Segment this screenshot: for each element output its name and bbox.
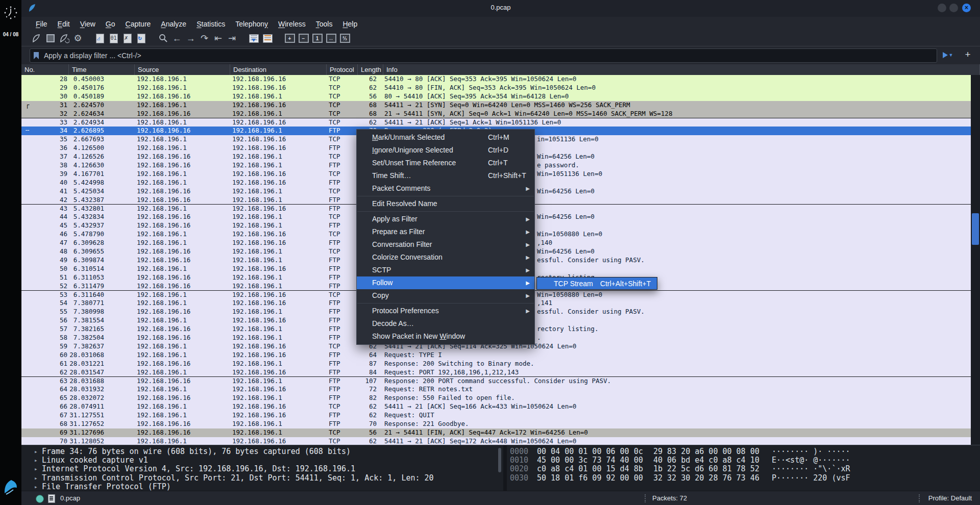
menubar-item-analyze[interactable]: Analyze xyxy=(156,20,191,28)
start-capture-icon[interactable] xyxy=(30,32,43,45)
filter-add-button[interactable]: + xyxy=(962,48,974,61)
packet-row[interactable]: 300.450189192.168.196.16192.168.196.1TCP… xyxy=(21,92,980,101)
resize-columns-icon[interactable]: ↔ xyxy=(324,32,338,45)
close-button[interactable]: × xyxy=(962,4,971,12)
pane-divider[interactable] xyxy=(503,445,507,491)
context-menu-item-show-packet-in-new-window[interactable]: Show Packet in New Window xyxy=(357,330,534,343)
context-menu-item-prepare-as-filter[interactable]: Prepare as Filter▶ xyxy=(357,225,534,238)
capture-options-icon[interactable]: ⚙ xyxy=(71,32,85,45)
menubar-item-edit[interactable]: Edit xyxy=(53,20,75,28)
filter-apply-button[interactable]: ▼ xyxy=(940,49,955,61)
stop-capture-icon[interactable] xyxy=(43,32,57,45)
status-profile[interactable]: Profile: Default xyxy=(928,491,972,505)
context-menu-item-copy[interactable]: Copy▶ xyxy=(357,289,534,302)
packet-row[interactable]: 332.624934192.168.196.1192.168.196.16TCP… xyxy=(21,118,980,127)
context-menu-item-packet-comments[interactable]: Packet Comments▶ xyxy=(357,182,534,195)
menubar-item-file[interactable]: File xyxy=(31,20,53,28)
packet-row[interactable]: 6931.127696192.168.196.16192.168.196.1TC… xyxy=(21,428,980,437)
first-packet-icon[interactable]: ⇤ xyxy=(211,32,225,45)
context-menu-item-set-unset-time-reference[interactable]: Set/Unset Time ReferenceCtrl+T xyxy=(357,157,534,169)
context-menu-item-protocol-preferences[interactable]: Protocol Preferences▶ xyxy=(357,305,534,317)
expand-arrow-icon[interactable]: ▸ xyxy=(34,456,38,465)
packet-row[interactable]: 6028.031068192.168.196.1192.168.196.16FT… xyxy=(21,351,980,360)
expand-arrow-icon[interactable]: ▸ xyxy=(34,465,38,473)
hex-line[interactable]: 001045 00 00 3c 73 74 40 0040 06 bd e4 c… xyxy=(507,456,980,465)
menubar-item-tools[interactable]: Tools xyxy=(311,20,338,28)
packet-row[interactable]: 7031.128052192.168.196.1192.168.196.16TC… xyxy=(21,437,980,445)
last-packet-icon[interactable]: ⇥ xyxy=(225,32,239,45)
expand-arrow-icon[interactable]: ▸ xyxy=(34,483,38,491)
column-header-protocol[interactable]: Protocol xyxy=(327,64,358,75)
packet-row[interactable]: 290.450176192.168.196.1192.168.196.16TCP… xyxy=(21,84,980,92)
menubar-item-help[interactable]: Help xyxy=(337,20,362,28)
context-menu-item-colorize-conversation[interactable]: Colorize Conversation▶ xyxy=(357,251,534,264)
detail-line[interactable]: ▸Internet Protocol Version 4, Src: 192.1… xyxy=(21,465,503,473)
hex-line[interactable]: 000000 04 00 01 00 06 00 0c29 83 20 a6 0… xyxy=(507,447,980,456)
packet-row[interactable]: 6528.032072192.168.196.16192.168.196.1FT… xyxy=(21,394,980,402)
menubar-item-wireless[interactable]: Wireless xyxy=(273,20,311,28)
menubar-item-capture[interactable]: Capture xyxy=(120,20,156,28)
packet-row[interactable]: 322.624634192.168.196.16192.168.196.1TCP… xyxy=(21,110,980,118)
expert-info-icon[interactable] xyxy=(36,495,44,503)
detail-line[interactable]: ▸Frame 34: 76 bytes on wire (608 bits), … xyxy=(21,447,503,456)
column-header-destination[interactable]: Destination xyxy=(230,64,327,75)
packet-row[interactable]: 6831.127652192.168.196.16192.168.196.1FT… xyxy=(21,420,980,428)
expand-arrow-icon[interactable]: ▸ xyxy=(34,474,38,483)
menubar-item-view[interactable]: View xyxy=(75,20,101,28)
close-file-icon[interactable]: ✗ xyxy=(120,32,134,45)
packet-row[interactable]: 6228.031547192.168.196.1192.168.196.16FT… xyxy=(21,368,980,377)
context-menu-item-sctp[interactable]: SCTP▶ xyxy=(357,264,534,276)
open-file-icon[interactable]: ◿ xyxy=(93,32,107,45)
packet-list-scrollbar[interactable] xyxy=(971,75,980,445)
go-to-packet-icon[interactable]: ↷ xyxy=(198,32,211,45)
go-back-icon[interactable]: ← xyxy=(170,32,184,45)
packet-row[interactable]: 6428.031932192.168.196.1192.168.196.16FT… xyxy=(21,385,980,394)
capture-file-icon[interactable] xyxy=(48,494,55,503)
detail-line[interactable]: ▸Linux cooked capture v1 xyxy=(21,456,503,465)
colorize-packets-icon[interactable] xyxy=(261,32,275,45)
detail-line[interactable]: ▸Transmission Control Protocol, Src Port… xyxy=(21,474,503,483)
menubar-item-go[interactable]: Go xyxy=(101,20,120,28)
context-menu-item-conversation-filter[interactable]: Conversation Filter▶ xyxy=(357,238,534,251)
packet-row[interactable]: 6731.127551192.168.196.1192.168.196.16FT… xyxy=(21,411,980,420)
restart-capture-icon[interactable] xyxy=(57,32,71,45)
reload-file-icon[interactable]: ↻ xyxy=(134,32,148,45)
packet-row[interactable]: 6128.031221192.168.196.16192.168.196.1FT… xyxy=(21,360,980,368)
menubar-item-statistics[interactable]: Statistics xyxy=(191,20,230,28)
packet-row[interactable]: 6628.074911192.168.196.1192.168.196.16TC… xyxy=(21,402,980,411)
context-menu-item-ignore-unignore-selected[interactable]: Ignore/Unignore SelectedCtrl+D xyxy=(357,144,534,157)
column-header-info[interactable]: Info xyxy=(383,64,980,75)
hex-line[interactable]: 003050 18 01 f6 09 92 00 0032 32 30 20 2… xyxy=(507,474,980,483)
save-file-icon[interactable]: 01 xyxy=(107,32,120,45)
context-menu-item-time-shift-[interactable]: Time Shift…Ctrl+Shift+T xyxy=(357,169,534,182)
zoom-in-icon[interactable]: + xyxy=(283,32,297,45)
maximize-button[interactable] xyxy=(949,4,958,12)
go-forward-icon[interactable]: → xyxy=(184,32,198,45)
auto-scroll-icon[interactable] xyxy=(247,32,261,45)
expand-arrow-icon[interactable]: ▸ xyxy=(34,447,38,456)
filter-bookmark-icon[interactable] xyxy=(33,52,40,60)
column-header-source[interactable]: Source xyxy=(135,64,230,75)
scrollbar-thumb[interactable] xyxy=(972,213,979,245)
packet-row[interactable]: 280.450003192.168.196.1192.168.196.16TCP… xyxy=(21,75,980,84)
details-scrollbar-thumb[interactable] xyxy=(498,448,501,472)
zoom-100-icon[interactable]: 1 xyxy=(310,32,324,45)
column-header-no[interactable]: No. xyxy=(21,64,69,75)
packet-row[interactable]: ┌312.624570192.168.196.1192.168.196.16TC… xyxy=(21,101,980,110)
display-filter-field[interactable] xyxy=(30,48,937,63)
hex-line[interactable]: 0020c0 a8 c4 01 00 15 d4 8b1b 22 5c d6 6… xyxy=(507,465,980,473)
context-menu-item-edit-resolved-name[interactable]: Edit Resolved Name xyxy=(357,197,534,210)
layout-23-icon[interactable]: ⅔ xyxy=(338,32,352,45)
display-filter-input[interactable] xyxy=(43,51,937,60)
context-menu-item-apply-as-filter[interactable]: Apply as Filter▶ xyxy=(357,213,534,225)
find-packet-icon[interactable] xyxy=(156,32,170,45)
column-header-length[interactable]: Length xyxy=(358,64,383,75)
context-menu-item-mark-unmark-selected[interactable]: Mark/Unmark SelectedCtrl+M xyxy=(357,131,534,144)
menubar-item-telephony[interactable]: Telephony xyxy=(230,20,273,28)
column-header-time[interactable]: Time xyxy=(69,64,135,75)
detail-line[interactable]: ▸File Transfer Protocol (FTP) xyxy=(21,483,503,491)
dock-app-icon[interactable] xyxy=(3,478,18,496)
packet-row[interactable]: 6328.031688192.168.196.16192.168.196.1FT… xyxy=(21,377,980,386)
follow-submenu-item[interactable]: TCP Stream Ctrl+Alt+Shift+T xyxy=(536,277,657,290)
zoom-out-icon[interactable]: − xyxy=(297,32,310,45)
